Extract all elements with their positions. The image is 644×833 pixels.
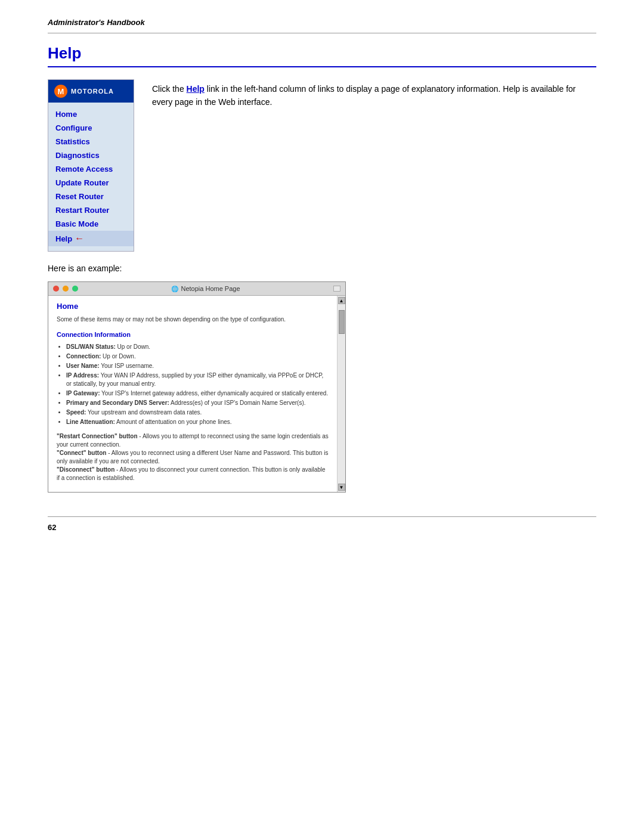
browser-connection-info-title: Connection Information [57, 331, 329, 338]
browser-address-bar: 🌐 Netopia Home Page [82, 285, 330, 292]
browser-main-content: Home Some of these items may or may not … [48, 296, 337, 492]
bottom-divider [48, 516, 596, 517]
scrollbar-up-button[interactable]: ▲ [338, 297, 345, 304]
browser-connection-list: DSL/WAN Status: Up or Down. Connection: … [57, 343, 329, 426]
nav-link-remote-access[interactable]: Remote Access [48, 162, 134, 176]
list-item: IP Gateway: Your ISP's Internet gateway … [66, 389, 329, 398]
nav-link-basic-mode[interactable]: Basic Mode [48, 217, 134, 231]
browser-chrome: 🌐 Netopia Home Page [48, 282, 345, 296]
browser-dot-red[interactable] [53, 286, 59, 292]
browser-para-restart: "Restart Connection" button - Allows you… [57, 432, 329, 482]
browser-scrollbar[interactable]: ▲ ▼ [337, 296, 345, 492]
help-arrow-icon: ← [75, 233, 84, 244]
nav-link-update-router[interactable]: Update Router [48, 176, 134, 190]
nav-panel: M MOTOROLA Home Configure Statistics Dia… [48, 79, 134, 252]
scrollbar-down-button[interactable]: ▼ [338, 484, 345, 491]
list-item: User Name: Your ISP username. [66, 362, 329, 370]
nav-link-diagnostics[interactable]: Diagnostics [48, 148, 134, 162]
nav-link-statistics[interactable]: Statistics [48, 135, 134, 148]
scrollbar-thumb[interactable] [339, 310, 345, 334]
help-link[interactable]: Help [187, 84, 205, 94]
scrollbar-track [338, 304, 345, 484]
list-item: Connection: Up or Down. [66, 352, 329, 361]
nav-link-help[interactable]: Help ← [48, 231, 134, 246]
handbook-title: Administrator's Handbook [48, 18, 596, 27]
nav-link-reset-router[interactable]: Reset Router [48, 190, 134, 203]
motorola-m-icon: M [54, 85, 67, 98]
description-text: Click the Help link in the left-hand col… [152, 79, 596, 109]
top-divider [48, 33, 596, 33]
browser-dot-yellow[interactable] [63, 286, 69, 292]
nav-link-home[interactable]: Home [48, 107, 134, 121]
motorola-logo-text: MOTOROLA [71, 88, 114, 95]
browser-resize-button[interactable] [333, 286, 340, 292]
browser-screenshot: 🌐 Netopia Home Page Home Some of these i… [48, 281, 346, 493]
list-item: Speed: Your upstream and downstream data… [66, 408, 329, 417]
list-item: Primary and Secondary DNS Server: Addres… [66, 399, 329, 407]
example-label: Here is an example: [48, 264, 596, 273]
nav-links: Home Configure Statistics Diagnostics Re… [48, 103, 134, 251]
list-item: IP Address: Your WAN IP Address, supplie… [66, 371, 329, 388]
browser-intro: Some of these items may or may not be sh… [57, 315, 329, 324]
nav-link-restart-router[interactable]: Restart Router [48, 203, 134, 217]
page-number: 62 [48, 523, 596, 532]
list-item: DSL/WAN Status: Up or Down. [66, 343, 329, 351]
page-title: Help [48, 44, 596, 67]
nav-logo-bar: M MOTOROLA [48, 80, 134, 103]
browser-content: Home Some of these items may or may not … [48, 296, 345, 492]
browser-home-title: Home [57, 302, 329, 311]
favicon-icon: 🌐 [171, 286, 178, 292]
list-item: Line Attenuation: Amount of attentuation… [66, 418, 329, 426]
browser-dot-green[interactable] [72, 286, 78, 292]
nav-link-configure[interactable]: Configure [48, 121, 134, 135]
